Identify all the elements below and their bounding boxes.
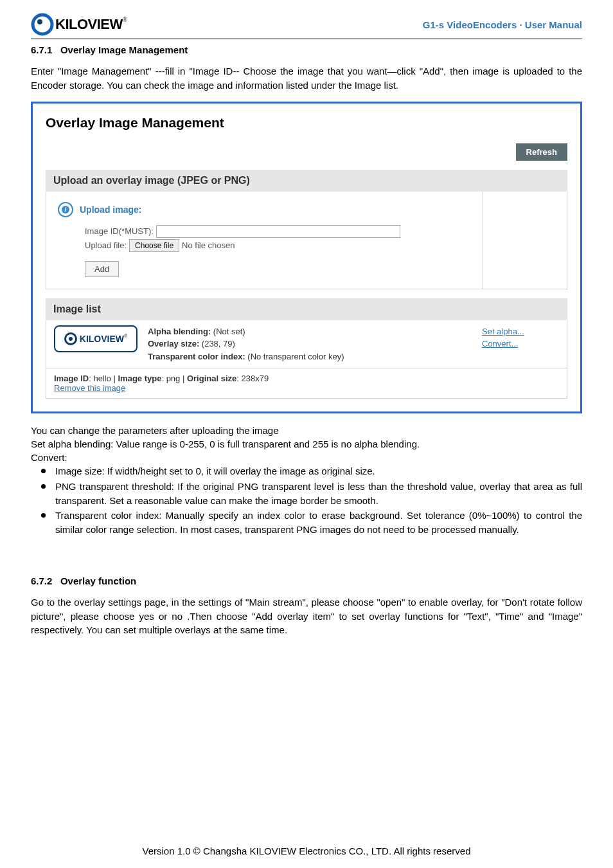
post-line2: Set alpha blending: Value range is 0-255… (31, 437, 582, 451)
logo-icon (31, 13, 54, 36)
page-header: KILOVIEW® G1-s VideoEncoders · User Manu… (31, 13, 582, 39)
post-line1: You can change the parameters after uplo… (31, 424, 582, 437)
image-id-row: Image ID(*MUST): (58, 225, 471, 238)
section-paragraph: Enter "Image Management" ---fill in "Ima… (31, 64, 582, 93)
doc-title: G1-s VideoEncoders · User Manual (423, 19, 582, 30)
logo-text: KILOVIEW® (55, 16, 127, 33)
panel-title: Overlay Image Management (46, 115, 567, 131)
upload-title: Upload image: (80, 204, 141, 215)
convert-link[interactable]: Convert... (482, 339, 518, 348)
thumb-logo-icon (64, 332, 77, 345)
image-info: Alpha blending: (Not set) Overlay size: … (148, 325, 472, 363)
upload-panel: i Upload image: Image ID(*MUST): Upload … (46, 192, 567, 289)
image-id-label: Image ID(*MUST): (85, 226, 154, 236)
svg-point-1 (37, 19, 42, 24)
upload-section-header: Upload an overlay image (JPEG or PNG) (46, 170, 567, 192)
bullet-item: Transparent color index: Manually specif… (37, 509, 582, 537)
svg-point-0 (33, 15, 52, 34)
section-heading: 6.7.1 Overlay Image Management (31, 44, 582, 55)
no-file-text: No file chosen (182, 240, 235, 250)
logo: KILOVIEW® (31, 13, 127, 36)
page-footer: Version 1.0 © Changsha KILOVIEW Electron… (0, 845, 613, 856)
image-list-header: Image list (46, 298, 567, 320)
post-line3: Convert: (31, 451, 582, 464)
image-thumbnail: KILOVIEW® (54, 325, 138, 352)
section2-paragraph: Go to the overlay settings page, in the … (31, 595, 582, 637)
set-alpha-link[interactable]: Set alpha... (482, 327, 524, 336)
screenshot-panel: Overlay Image Management Refresh Upload … (31, 102, 582, 414)
info-icon: i (58, 202, 73, 217)
add-button[interactable]: Add (85, 261, 119, 277)
bullet-list: Image size: If width/height set to 0, it… (31, 464, 582, 537)
image-meta-row: Image ID: hello | Image type: png | Orig… (46, 368, 567, 399)
remove-image-link[interactable]: Remove this image (54, 383, 125, 393)
refresh-button[interactable]: Refresh (516, 143, 567, 161)
choose-file-button[interactable]: Choose file (129, 239, 179, 252)
image-actions: Set alpha... Convert... (482, 325, 559, 350)
upload-file-row: Upload file: Choose file No file chosen (58, 239, 471, 252)
image-id-input[interactable] (156, 225, 400, 238)
upload-file-label: Upload file: (85, 240, 127, 250)
bullet-item: Image size: If width/height set to 0, it… (37, 464, 582, 478)
bullet-item: PNG transparent threshold: If the origin… (37, 480, 582, 508)
section-heading-2: 6.7.2 Overlay function (31, 575, 582, 586)
image-list-row: KILOVIEW® Alpha blending: (Not set) Over… (46, 320, 567, 369)
